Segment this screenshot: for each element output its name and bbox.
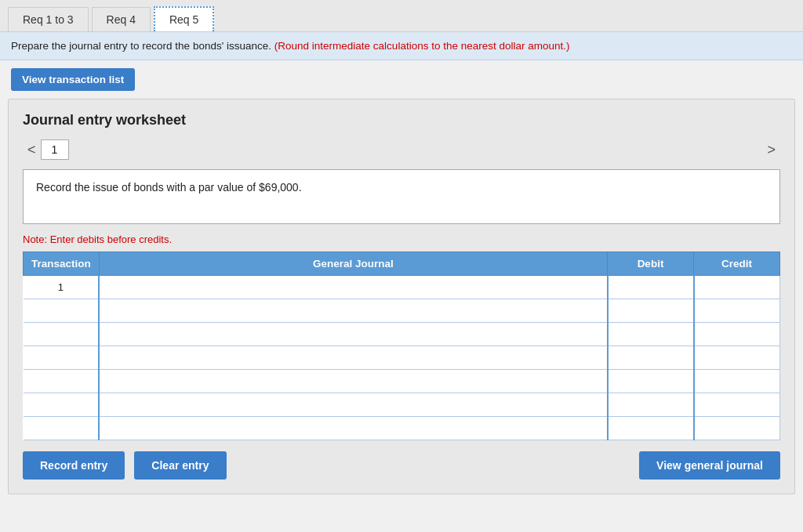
debit-input[interactable] [609, 393, 693, 416]
credit-input[interactable] [695, 323, 780, 346]
table-row: 1 [24, 276, 780, 299]
general-journal-cell[interactable] [99, 323, 607, 346]
debit-input[interactable] [609, 299, 693, 322]
worksheet-title: Journal entry worksheet [23, 112, 780, 128]
transaction-cell [24, 417, 100, 440]
table-row [24, 299, 780, 323]
general-journal-input[interactable] [100, 417, 606, 440]
credit-cell[interactable] [694, 417, 780, 440]
credit-input[interactable] [695, 346, 780, 369]
transaction-cell [24, 323, 100, 346]
instruction-note: (Round intermediate calculations to the … [274, 40, 570, 52]
debit-cell[interactable] [608, 370, 694, 393]
general-journal-input[interactable] [100, 370, 606, 393]
instruction-text: Prepare the journal entry to record the … [11, 40, 271, 52]
nav-row: < 1 > [23, 139, 780, 160]
debit-cell[interactable] [608, 346, 694, 370]
table-row [24, 393, 780, 417]
transaction-cell [24, 370, 100, 393]
general-journal-cell[interactable] [99, 346, 607, 370]
table-row [24, 370, 780, 393]
tab-req1to3[interactable]: Req 1 to 3 [8, 7, 89, 31]
general-journal-cell[interactable] [99, 370, 607, 393]
general-journal-input[interactable] [100, 323, 606, 346]
general-journal-cell[interactable] [99, 393, 607, 417]
debit-input[interactable] [609, 346, 693, 369]
debit-input[interactable] [609, 417, 693, 440]
credit-cell[interactable] [694, 346, 780, 370]
debit-cell[interactable] [608, 417, 694, 440]
general-journal-cell[interactable] [99, 299, 607, 323]
worksheet-container: Journal entry worksheet < 1 > Record the… [8, 99, 795, 494]
instruction-bar: Prepare the journal entry to record the … [0, 32, 803, 60]
debit-input[interactable] [609, 276, 693, 299]
credit-input[interactable] [695, 370, 780, 393]
credit-cell[interactable] [694, 370, 780, 393]
transaction-cell: 1 [24, 276, 100, 299]
debit-input[interactable] [609, 370, 693, 393]
general-journal-input[interactable] [100, 276, 606, 299]
credit-cell[interactable] [694, 276, 780, 299]
clear-entry-button[interactable]: Clear entry [134, 451, 226, 480]
debit-cell[interactable] [608, 299, 694, 323]
note-text: Note: Enter debits before credits. [23, 233, 780, 245]
record-entry-button[interactable]: Record entry [23, 451, 125, 480]
journal-table: Transaction General Journal Debit Credit… [23, 252, 780, 440]
debit-cell[interactable] [608, 276, 694, 299]
general-journal-cell[interactable] [99, 417, 607, 440]
buttons-row: Record entry Clear entry View general jo… [23, 451, 780, 480]
view-transaction-button[interactable]: View transaction list [11, 68, 135, 91]
table-row [24, 346, 780, 370]
table-row [24, 417, 780, 440]
general-journal-input[interactable] [100, 393, 606, 416]
tabs-bar: Req 1 to 3 Req 4 Req 5 [0, 0, 803, 32]
nav-left-arrow[interactable]: < [23, 142, 41, 158]
debit-cell[interactable] [608, 323, 694, 346]
issue-description: Record the issue of bonds with a par val… [23, 169, 780, 224]
general-journal-cell[interactable] [99, 276, 607, 299]
credit-input[interactable] [695, 417, 780, 440]
credit-input[interactable] [695, 299, 780, 322]
transaction-cell [24, 299, 100, 323]
credit-cell[interactable] [694, 323, 780, 346]
transaction-cell [24, 393, 100, 417]
credit-input[interactable] [695, 276, 780, 299]
entry-number: 1 [41, 139, 69, 160]
debit-cell[interactable] [608, 393, 694, 417]
debit-input[interactable] [609, 323, 693, 346]
credit-input[interactable] [695, 393, 780, 416]
nav-right-arrow[interactable]: > [762, 142, 780, 158]
credit-cell[interactable] [694, 299, 780, 323]
tab-req4[interactable]: Req 4 [92, 7, 151, 31]
transaction-cell [24, 346, 100, 370]
col-general-journal: General Journal [99, 252, 607, 276]
col-debit: Debit [608, 252, 694, 276]
tab-req5[interactable]: Req 5 [154, 6, 214, 31]
table-row [24, 323, 780, 346]
col-transaction: Transaction [24, 252, 100, 276]
credit-cell[interactable] [694, 393, 780, 417]
view-general-journal-button[interactable]: View general journal [639, 451, 780, 480]
general-journal-input[interactable] [100, 346, 606, 369]
general-journal-input[interactable] [100, 299, 606, 322]
col-credit: Credit [694, 252, 780, 276]
